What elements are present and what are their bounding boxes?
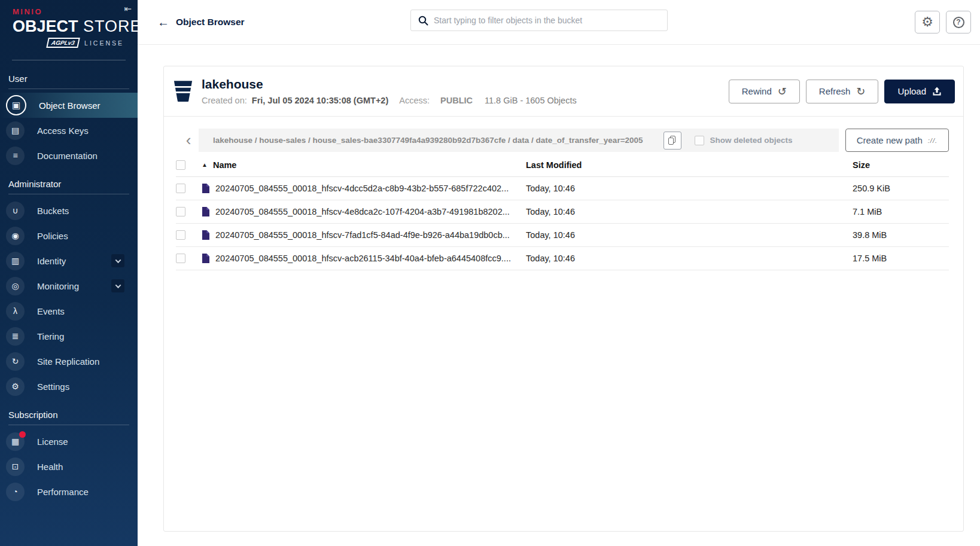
site-replication-icon: ↻ (6, 352, 25, 371)
file-icon (202, 254, 209, 263)
created-on-label: Created on: (202, 96, 247, 105)
documentation-icon: ≡ (6, 147, 25, 165)
sidebar-item-performance[interactable]: ◔ Performance (0, 479, 138, 504)
object-name: 20240705_084555_00018_hfscv-4dcc5d2a-c8b… (215, 184, 509, 193)
object-filter-search[interactable] (410, 10, 668, 31)
product-name: OBJECT STORE (13, 17, 124, 36)
sort-ascending-icon[interactable]: ▲ (202, 161, 208, 168)
row-checkbox[interactable] (176, 230, 185, 240)
sidebar-item-policies[interactable]: ◉ Policies (0, 223, 138, 248)
sidebar-item-monitoring[interactable]: ◎ Monitoring (0, 273, 138, 298)
table-row[interactable]: 20240705_084555_00018_hfscv-7fad1cf5-84a… (176, 224, 949, 247)
settings-icon: ⚙ (6, 377, 25, 396)
divider (8, 194, 129, 194)
table-row[interactable]: 20240705_084555_00018_hfscv-4e8dca2c-107… (176, 200, 949, 224)
object-name: 20240705_084555_00018_hfscv-4e8dca2c-107… (215, 207, 510, 216)
topbar: ← Object Browser ⚙ ? (138, 0, 980, 45)
identity-icon: ▥ (6, 252, 25, 270)
license-icon: ▦ (6, 432, 25, 451)
sidebar-item-license[interactable]: ▦ License (0, 429, 138, 454)
sidebar: ⇤ MINIO OBJECT STORE AGPLv3 LICENSE User… (0, 0, 138, 546)
refresh-icon: ↻ (856, 85, 865, 98)
product-name-light: STORE (78, 17, 142, 35)
sidebar-item-settings[interactable]: ⚙ Settings (0, 374, 138, 399)
sidebar-item-health[interactable]: ⊡ Health (0, 454, 138, 479)
bucket-card: lakehouse Created on: Fri, Jul 05 2024 1… (163, 66, 964, 532)
divider (8, 89, 129, 89)
settings-button[interactable]: ⚙ (915, 11, 940, 33)
search-input[interactable] (434, 16, 660, 25)
object-modified: Today, 10:46 (526, 230, 853, 240)
row-checkbox[interactable] (176, 184, 185, 193)
column-name: Name (213, 160, 237, 170)
sidebar-item-buckets[interactable]: ∪ Buckets (0, 198, 138, 223)
sidebar-item-object-browser[interactable]: ▣ Object Browser (0, 93, 138, 118)
bucket-header: lakehouse Created on: Fri, Jul 05 2024 1… (164, 66, 963, 117)
sidebar-item-site-replication[interactable]: ↻ Site Replication (0, 349, 138, 374)
create-new-path-button[interactable]: Create new path ://. (845, 129, 949, 152)
breadcrumb: lakehouse / house-sales / house_sales-ba… (213, 136, 643, 145)
search-icon (418, 16, 428, 26)
breadcrumb-back-chevron[interactable]: ‹ (178, 129, 199, 152)
sidebar-section-user: User (0, 63, 138, 89)
license-alert-dot (19, 431, 26, 438)
upload-icon (932, 87, 942, 96)
upload-button[interactable]: Upload (884, 80, 955, 103)
row-checkbox[interactable] (176, 254, 185, 263)
chevron-down-icon[interactable] (111, 254, 124, 267)
object-modified: Today, 10:46 (526, 254, 853, 263)
column-last-modified: Last Modified (526, 160, 853, 170)
minio-logo: MINIO OBJECT STORE AGPLv3 LICENSE (0, 0, 138, 48)
copy-path-button[interactable] (664, 132, 681, 150)
help-icon: ? (953, 17, 964, 28)
sidebar-item-documentation[interactable]: ≡ Documentation (0, 143, 138, 168)
monitoring-icon: ◎ (6, 277, 25, 295)
row-checkbox[interactable] (176, 207, 185, 216)
chevron-down-icon[interactable] (111, 279, 124, 292)
rewind-button[interactable]: Rewind ↺ (729, 80, 800, 103)
object-size: 7.1 MiB (853, 207, 949, 216)
sidebar-collapse-icon[interactable]: ⇤ (124, 4, 132, 14)
rewind-icon: ↺ (778, 85, 787, 98)
select-all-checkbox[interactable] (176, 160, 185, 170)
help-button[interactable]: ? (946, 11, 971, 33)
buckets-icon: ∪ (6, 202, 25, 220)
minio-wordmark: MINIO (13, 7, 124, 16)
bucket-name: lakehouse (202, 77, 577, 91)
gear-icon: ⚙ (921, 16, 933, 29)
show-deleted-checkbox[interactable] (695, 136, 704, 145)
sidebar-item-identity[interactable]: ▥ Identity (0, 248, 138, 273)
page-title: Object Browser (176, 17, 245, 28)
divider (12, 60, 126, 60)
new-path-icon: ://. (928, 137, 938, 144)
divider (8, 425, 129, 425)
policies-icon: ◉ (6, 227, 25, 245)
object-size: 250.9 KiB (853, 184, 949, 193)
access-keys-icon: ▤ (6, 121, 25, 140)
objects-table: ▲ Name Last Modified Size 20240705_08455… (176, 153, 949, 270)
column-size: Size (853, 160, 949, 170)
main-area: ← Object Browser ⚙ ? (138, 0, 980, 546)
sidebar-item-tiering[interactable]: ≣ Tiering (0, 324, 138, 349)
access-value: PUBLIC (440, 96, 473, 105)
sidebar-item-access-keys[interactable]: ▤ Access Keys (0, 118, 138, 143)
product-name-bold: OBJECT (13, 17, 78, 35)
object-modified: Today, 10:46 (526, 207, 853, 216)
content: lakehouse Created on: Fri, Jul 05 2024 1… (138, 45, 980, 546)
sidebar-section-administrator: Administrator (0, 168, 138, 194)
table-row[interactable]: 20240705_084555_00018_hfscv-acb26115-34b… (176, 247, 949, 270)
object-size: 39.8 MiB (853, 230, 949, 240)
sidebar-item-events[interactable]: λ Events (0, 298, 138, 324)
table-header-row: ▲ Name Last Modified Size (176, 153, 949, 177)
created-on-value: Fri, Jul 05 2024 10:35:08 (GMT+2) (252, 96, 388, 105)
health-icon: ⊡ (6, 457, 25, 476)
license-text: LICENSE (84, 39, 124, 47)
access-label: Access: (399, 96, 430, 105)
breadcrumb-bar: lakehouse / house-sales / house_sales-ba… (199, 129, 839, 152)
back-arrow-icon[interactable]: ← (157, 16, 169, 29)
table-row[interactable]: 20240705_084555_00018_hfscv-4dcc5d2a-c8b… (176, 177, 949, 200)
refresh-button[interactable]: Refresh ↻ (806, 80, 879, 103)
bucket-icon (174, 80, 193, 103)
sidebar-section-subscription: Subscription (0, 399, 138, 425)
object-size: 17.5 MiB (853, 254, 949, 263)
